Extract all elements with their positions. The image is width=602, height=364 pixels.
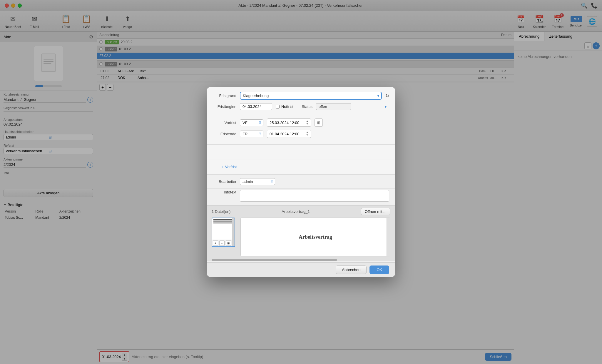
bearbeiter-select-wrapper: admin user1 ⊞: [240, 178, 275, 185]
fristende-stepper[interactable]: ▲ ▼: [306, 131, 308, 137]
vorfrist-up-icon[interactable]: ▲: [306, 120, 308, 123]
add-vorfrist-section: + Vorfrist: [207, 159, 395, 175]
vorfrist-type-select[interactable]: VF VF1 VF2: [240, 119, 263, 126]
fristende-label: Fristende: [213, 132, 236, 136]
oeffnen-mit-button[interactable]: Öffnen mit ...: [361, 208, 390, 215]
file-preview-scrollbar[interactable]: [387, 218, 390, 256]
modal-top-section: Fristgrund Klageerhebung Mahnbescheid Be…: [207, 87, 395, 115]
thumb-zoom-in-button[interactable]: +: [213, 241, 218, 246]
vorfrist-type-wrapper: VF VF1 VF2 ⊞: [240, 119, 263, 126]
vorfrist-date-value: 25.03.2024 12:00: [270, 121, 299, 125]
ok-button[interactable]: OK: [369, 266, 389, 274]
fristende-down-icon[interactable]: ▼: [306, 134, 308, 137]
vorfrist-down-icon[interactable]: ▼: [306, 123, 308, 126]
modal-files-section: 1 Datei(en) Arbeitsvertrag_1 Öffnen mit …: [207, 205, 395, 261]
modal-overlay: Fristgrund Klageerhebung Mahnbescheid Be…: [0, 0, 602, 364]
vorfrist-label: Vorfrist: [213, 121, 236, 125]
fristende-up-icon[interactable]: ▲: [306, 131, 308, 134]
horizontal-scrollbar[interactable]: [212, 259, 390, 261]
status-select-wrapper: offen erledigt gestrichen ▼: [316, 103, 389, 110]
fristbeginn-row: Fristbeginn Notfrist Status offen erledi…: [213, 103, 389, 110]
vorfrist-stepper[interactable]: ▲ ▼: [306, 120, 308, 126]
fristbeginn-label: Fristbeginn: [213, 104, 236, 109]
vorfrist-section: Vorfrist VF VF1 VF2 ⊞ 25.03.2024 12:00 ▲: [207, 115, 395, 145]
modal-files-header: 1 Datei(en) Arbeitsvertrag_1 Öffnen mit …: [207, 206, 395, 218]
thumb-zoom-out-button[interactable]: −: [219, 241, 225, 246]
thumb-toolbar: + − ⊞: [212, 240, 235, 246]
fristgrund-select[interactable]: Klageerhebung Mahnbescheid Berufung: [240, 92, 382, 100]
thumb-scrollbar: [232, 218, 235, 246]
fristende-type-wrapper: FR FR1 FR2 ⊞: [240, 131, 263, 137]
infotext-label: Infotext: [213, 190, 236, 194]
fristgrund-select-wrapper: Klageerhebung Mahnbescheid Berufung ▼: [240, 92, 382, 100]
bearbeiter-row: Bearbeiter admin user1 ⊞: [207, 175, 395, 189]
fristbeginn-input[interactable]: [240, 103, 272, 110]
delete-vorfrist-button[interactable]: 🗑: [315, 118, 323, 127]
bearbeiter-select[interactable]: admin user1: [240, 178, 275, 185]
status-label: Status: [302, 104, 312, 109]
scrollbar-thumb: [212, 259, 337, 261]
notfrist-label: Notfrist: [281, 104, 293, 109]
fristgrund-row: Fristgrund Klageerhebung Mahnbescheid Be…: [213, 92, 389, 100]
fristende-datetime-input[interactable]: 01.04.2024 12:00 ▲ ▼: [267, 130, 311, 138]
main-content: Akte ⚙ Kurzbezeichnung Mandant ./. Gegne…: [0, 32, 602, 364]
status-select[interactable]: offen erledigt gestrichen: [316, 103, 351, 110]
modal-files-preview: + − ⊞ Arbeitsvertrag: [207, 218, 395, 259]
fristende-date-value: 01.04.2024 12:00: [270, 132, 299, 136]
fristende-row: Fristende FR FR1 FR2 ⊞ 01.04.2024 12:00 …: [213, 130, 389, 138]
fristende-type-select[interactable]: FR FR1 FR2: [240, 131, 263, 137]
files-name: Arbeitsvertrag_1: [282, 209, 310, 214]
infotext-row: Infotext: [207, 189, 395, 205]
refresh-icon[interactable]: ↻: [385, 93, 389, 98]
modal-spacer: [207, 145, 395, 159]
vorfrist-datetime-input[interactable]: 25.03.2024 12:00 ▲ ▼: [267, 118, 311, 127]
file-thumbnail[interactable]: + − ⊞: [212, 218, 235, 247]
file-thumb-content: [212, 218, 235, 228]
fristgrund-label: Fristgrund: [213, 93, 236, 98]
file-preview-text: Arbeitsvertrag: [299, 234, 332, 240]
thumb-expand-button[interactable]: ⊞: [226, 241, 231, 246]
file-thumbnails-panel: + − ⊞: [212, 218, 238, 256]
modal-dialog: Fristgrund Klageerhebung Mahnbescheid Be…: [207, 87, 395, 277]
bearbeiter-label: Bearbeiter: [213, 179, 236, 184]
notfrist-checkbox[interactable]: [276, 105, 280, 108]
status-arrow-icon: ▼: [384, 105, 387, 109]
infotext-textarea[interactable]: [240, 190, 389, 202]
add-vorfrist-button[interactable]: + Vorfrist: [219, 163, 240, 170]
notfrist-checkbox-row: Notfrist: [276, 104, 293, 109]
abbrechen-button[interactable]: Abbrechen: [336, 266, 367, 274]
file-preview-main: Arbeitsvertrag: [240, 218, 390, 256]
files-count: 1 Datei(en): [212, 209, 230, 214]
vorfrist-row: Vorfrist VF VF1 VF2 ⊞ 25.03.2024 12:00 ▲: [213, 118, 389, 127]
modal-footer: Abbrechen OK: [207, 262, 395, 277]
